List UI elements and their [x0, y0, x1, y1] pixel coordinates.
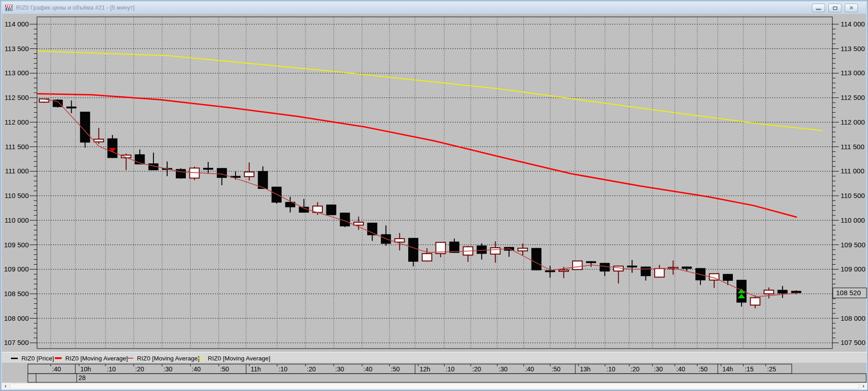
candle-12:45: [531, 248, 541, 270]
y-axis-label-right: 111 000: [841, 167, 864, 175]
legend-item-ma-red[interactable]: RIZ0 [Moving Average]: [55, 354, 128, 362]
y-axis-label-right: 112 000: [841, 118, 865, 126]
ma-red-swatch-icon: [55, 357, 62, 359]
y-axis-label-left: 108 500: [4, 290, 29, 297]
candle-13:40: [682, 267, 692, 269]
time-label: :20: [472, 365, 481, 373]
candle-13:00: [573, 261, 582, 270]
candle-10:05: [94, 139, 104, 142]
y-axis-label-right: 113 000: [841, 69, 865, 77]
candle-12:55: [559, 270, 568, 271]
scrollbar-thumb[interactable]: [10, 383, 859, 389]
time-label: :15: [745, 365, 754, 373]
candle-13:20: [627, 266, 637, 267]
candle-12:00: [409, 238, 418, 261]
legend-item-price[interactable]: RIZ0 [Price]: [11, 354, 54, 362]
candle-10:35: [176, 169, 186, 178]
y-axis-label-left: 109 500: [4, 241, 29, 249]
candle-12:40: [518, 248, 527, 251]
candle-13:10: [600, 263, 610, 271]
time-label: 11h: [251, 365, 261, 373]
time-label: :20: [631, 365, 640, 373]
candle-13:05: [586, 261, 596, 263]
time-label: 10h: [80, 365, 91, 373]
legend-item-ma-crimson[interactable]: RIZ0 [Moving Average]: [126, 354, 200, 362]
y-axis-label-right: 111 500: [841, 143, 864, 151]
candle-14:20: [791, 291, 801, 293]
time-label: :10: [279, 365, 288, 373]
y-axis-label-left: 110 000: [5, 216, 29, 224]
time-label: :40: [192, 365, 201, 373]
candle-14:05: [750, 298, 760, 305]
time-label: :50: [391, 365, 400, 373]
ma-crimson-swatch-icon: [126, 358, 133, 359]
time-label: :40: [525, 365, 534, 373]
ma-yellow-swatch-icon: [197, 358, 204, 359]
time-label: :30: [335, 365, 344, 373]
y-axis-label-left: 112 000: [5, 118, 29, 126]
y-axis-label-right: 107 500: [841, 339, 865, 346]
scroll-left-icon[interactable]: ‹: [2, 383, 9, 390]
y-axis-label-right: 108 000: [841, 314, 865, 322]
time-label: :10: [446, 365, 455, 373]
y-axis-label-right: 112 500: [841, 94, 865, 101]
candle-09:55: [67, 107, 76, 108]
candle-11:55: [395, 239, 405, 242]
candle-13:30: [655, 269, 664, 277]
legend-item-ma-yellow[interactable]: RIZ0 [Moving Average]: [197, 354, 270, 362]
candle-11:40: [354, 222, 363, 225]
y-axis-label-left: 109 000: [4, 265, 29, 273]
y-axis-label-left: 108 000: [4, 314, 29, 322]
horizontal-scrollbar[interactable]: ‹ ›: [2, 383, 867, 390]
time-label: :40: [52, 365, 61, 373]
date-label: 28: [79, 374, 86, 381]
y-axis-label-right: 110 000: [841, 216, 865, 224]
candle-13:45: [696, 268, 705, 280]
candle-12:15: [450, 242, 459, 253]
candle-13:55: [723, 274, 733, 281]
y-axis-label-right: 109 000: [841, 265, 865, 273]
time-label: :20: [307, 365, 316, 373]
time-label: 13h: [580, 365, 590, 373]
candle-10:50: [217, 168, 226, 177]
time-label: :40: [363, 365, 373, 373]
candle-14:10: [764, 290, 773, 294]
y-axis-label-left: 110 500: [5, 192, 29, 199]
time-label: :10: [606, 365, 615, 373]
y-axis-label-left: 111 500: [5, 143, 29, 151]
y-axis-label-left: 114 000: [5, 20, 29, 28]
price-line-swatch-icon: [11, 358, 18, 359]
candle-12:30: [490, 248, 500, 254]
candle-12:25: [477, 246, 486, 254]
candle-12:05: [422, 254, 432, 261]
time-label: :30: [499, 365, 508, 373]
y-axis-label-left: 112 500: [5, 94, 29, 101]
time-label: :20: [135, 365, 144, 373]
y-axis-label-left: 113 500: [5, 45, 29, 52]
candle-10:45: [203, 168, 213, 169]
y-axis-label-right: 113 500: [841, 45, 865, 52]
candle-13:25: [641, 267, 651, 276]
time-label: :40: [676, 365, 685, 373]
time-label: :25: [767, 365, 776, 373]
time-label: :10: [107, 365, 116, 373]
time-label: :30: [654, 365, 663, 373]
current-price-label: 108 520: [836, 289, 861, 297]
candle-14:15: [778, 290, 787, 293]
time-label: 14h: [722, 365, 733, 373]
chart-plot-area[interactable]: [37, 17, 832, 349]
candle-11:30: [326, 205, 336, 215]
time-label: :50: [220, 365, 229, 373]
candle-11:00: [244, 172, 254, 177]
y-axis-label-right: 110 500: [841, 192, 865, 199]
scroll-right-icon[interactable]: ›: [860, 383, 867, 390]
time-label: :30: [163, 365, 173, 373]
price-chart-canvas[interactable]: 114 000114 000113 500113 500113 000113 0…: [0, 0, 868, 391]
y-axis-label-left: 113 000: [5, 69, 29, 77]
time-label: :50: [699, 365, 708, 373]
y-axis-label-right: 114 000: [841, 20, 865, 28]
y-axis-label-left: 107 500: [4, 339, 29, 346]
date-axis-box: [28, 374, 866, 382]
time-label: :50: [552, 365, 561, 373]
y-axis-label-right: 109 500: [841, 241, 865, 249]
